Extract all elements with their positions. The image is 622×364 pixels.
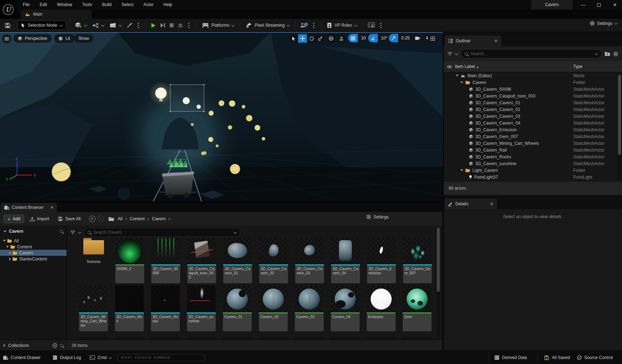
asset-tile-cutoff[interactable] xyxy=(187,337,216,339)
menu-select[interactable]: Select xyxy=(116,0,138,10)
menu-actor[interactable]: Actor xyxy=(138,0,158,10)
search-icon[interactable] xyxy=(60,344,63,347)
forward-button[interactable] xyxy=(98,216,104,222)
viewport-options-menu[interactable] xyxy=(2,34,11,43)
outliner-row[interactable]: PointLight37PointLight xyxy=(444,174,622,180)
close-icon[interactable]: ✕ xyxy=(494,38,498,43)
rotation-snap-control[interactable]: 10° xyxy=(368,34,391,42)
asset-tile-cutoff[interactable] xyxy=(115,337,144,339)
asset-tile[interactable]: 3D_Cavern_Emission xyxy=(367,237,396,283)
expand-icon[interactable] xyxy=(4,344,5,347)
asset-grid-scrollbar[interactable] xyxy=(437,227,440,337)
filter-icon[interactable] xyxy=(447,52,453,56)
add-actor-button[interactable]: + xyxy=(72,22,90,28)
outliner-scrollbar[interactable] xyxy=(618,73,621,180)
viewport-show-dropdown[interactable]: Show xyxy=(74,34,93,43)
save-button[interactable] xyxy=(3,21,12,30)
collections-section[interactable]: Collections xyxy=(0,339,67,351)
scrollbar-thumb[interactable] xyxy=(437,228,440,292)
asset-tile[interactable]: Cavern_02 xyxy=(259,285,288,331)
asset-tile[interactable]: 3D_Cavern_Rail xyxy=(115,285,144,331)
asset-tile[interactable]: 3D_Cavern_Cavern_03 xyxy=(295,237,324,283)
add-button[interactable]: + Add xyxy=(4,215,24,223)
tree-item-content[interactable]: Content xyxy=(0,244,67,250)
outliner-settings-icon[interactable] xyxy=(613,51,618,57)
visibility-eye-icon[interactable] xyxy=(447,65,452,68)
menu-window[interactable]: Window xyxy=(52,0,77,10)
grid-snap-value[interactable]: 10 xyxy=(358,34,369,42)
outliner-row[interactable]: CavernFolder xyxy=(444,79,622,86)
asset-tile[interactable]: Cavern_01 xyxy=(223,285,252,331)
outliner-row[interactable]: 3D_Cavern_EmissionStaticMeshActor xyxy=(444,126,622,133)
outliner-row[interactable]: 3D_Cavern_Cavern_01StaticMeshActor xyxy=(444,99,622,106)
console-command-input[interactable] xyxy=(117,354,205,361)
asset-tile-cutoff[interactable] xyxy=(331,337,360,339)
back-button[interactable] xyxy=(89,216,95,222)
outliner-row[interactable]: 3D_Cavern_Gem_007StaticMeshActor xyxy=(444,133,622,140)
collapse-icon[interactable] xyxy=(4,231,6,232)
source-control-button[interactable]: Source Control xyxy=(577,351,613,364)
maximize-viewport-button[interactable] xyxy=(428,34,437,43)
cinematics-button[interactable] xyxy=(107,22,124,28)
multiuser-options-menu[interactable] xyxy=(313,25,314,26)
content-drawer-button[interactable]: Content Drawer xyxy=(3,351,41,364)
column-divider[interactable] xyxy=(570,63,571,71)
cmd-dropdown[interactable]: Cmd xyxy=(90,351,111,364)
scale-tool-button[interactable] xyxy=(316,34,325,43)
grid-snap-control[interactable]: 10 xyxy=(348,34,369,42)
asset-tile[interactable]: Cavern_03 xyxy=(295,285,324,331)
asset-tile[interactable]: 3D_Cavern_sunshine xyxy=(187,285,216,331)
column-item-label[interactable]: Item Label ▲ xyxy=(455,64,479,69)
asset-tile[interactable]: 3D_Cavern_Cavern_04 xyxy=(331,237,360,283)
vp-roles-dropdown[interactable]: VP Roles xyxy=(324,22,360,28)
asset-tile[interactable]: 3D_Cavern_Cavern_01 xyxy=(223,237,252,283)
asset-folder-textures[interactable]: Textures xyxy=(79,238,108,264)
close-icon[interactable]: ✕ xyxy=(490,201,493,206)
scale-snap-control[interactable]: 0.25 xyxy=(389,34,413,42)
menu-edit[interactable]: Edit xyxy=(35,0,52,10)
collapse-icon[interactable] xyxy=(6,246,9,248)
outliner-row[interactable]: 3D_Cavern_Cavern_03StaticMeshActor xyxy=(444,113,622,120)
scale-snap-value[interactable]: 0.25 xyxy=(398,34,413,42)
stage-monitor-menu[interactable] xyxy=(380,25,381,26)
tree-item-cavern[interactable]: Cavern xyxy=(0,250,67,256)
sources-header[interactable]: Cavern xyxy=(0,227,67,236)
asset-tile-cutoff[interactable] xyxy=(79,337,108,339)
unreal-logo[interactable]: U xyxy=(0,0,16,19)
collapse-icon[interactable] xyxy=(460,81,463,83)
asset-tile-cutoff[interactable] xyxy=(151,337,180,339)
asset-tile[interactable]: 3D_Cavern_Cavern_02 xyxy=(259,237,288,283)
menu-help[interactable]: Help xyxy=(158,0,177,10)
output-log-button[interactable]: Output Log xyxy=(53,351,81,364)
breadcrumb-all[interactable]: All xyxy=(116,216,124,221)
column-type[interactable]: Type xyxy=(573,64,582,69)
world-local-space-button[interactable] xyxy=(326,34,336,43)
asset-tile-cutoff[interactable] xyxy=(223,337,252,339)
add-collection-icon[interactable] xyxy=(52,343,57,348)
surface-snapping-button[interactable] xyxy=(337,34,346,43)
asset-tile-cutoff[interactable] xyxy=(295,337,324,339)
collapse-icon[interactable] xyxy=(3,240,6,242)
eject-button[interactable] xyxy=(176,21,185,30)
outliner-row[interactable]: 3D_Cavern_RailStaticMeshActor xyxy=(444,147,622,153)
collapse-icon[interactable] xyxy=(456,75,459,77)
viewport-lit-dropdown[interactable]: Lit xyxy=(54,34,74,43)
outliner-row[interactable]: 3D_Cavern_00096StaticMeshActor xyxy=(444,86,622,93)
stage-monitor-button[interactable] xyxy=(366,21,377,30)
asset-tile[interactable]: 3D_Cavern_Mining_Cart_Wheels xyxy=(79,285,108,331)
asset-tile[interactable]: 3D_Cavern_Gem_007 xyxy=(403,237,432,283)
outliner-search-field[interactable] xyxy=(461,49,602,58)
minimize-button[interactable]: — xyxy=(576,0,590,10)
asset-tile[interactable]: 3D_Cavern_00096 xyxy=(151,237,180,283)
outliner-search-input[interactable] xyxy=(470,51,593,56)
move-tool-button[interactable] xyxy=(298,34,307,43)
frame-skip-button[interactable] xyxy=(158,21,167,30)
derived-data-button[interactable]: Derived Data xyxy=(494,351,527,364)
asset-tile[interactable]: 3D_Cavern_Catapult_toon_003 xyxy=(187,237,216,283)
asset-tile[interactable]: 00096_2 xyxy=(115,237,144,283)
rotate-tool-button[interactable] xyxy=(307,34,316,43)
asset-tile-cutoff[interactable] xyxy=(367,337,396,339)
asset-tile-cutoff[interactable] xyxy=(259,337,288,339)
maximize-button[interactable] xyxy=(592,0,606,10)
outliner-row[interactable]: 3D_Cavern_Cavern_02StaticMeshActor xyxy=(444,106,622,113)
